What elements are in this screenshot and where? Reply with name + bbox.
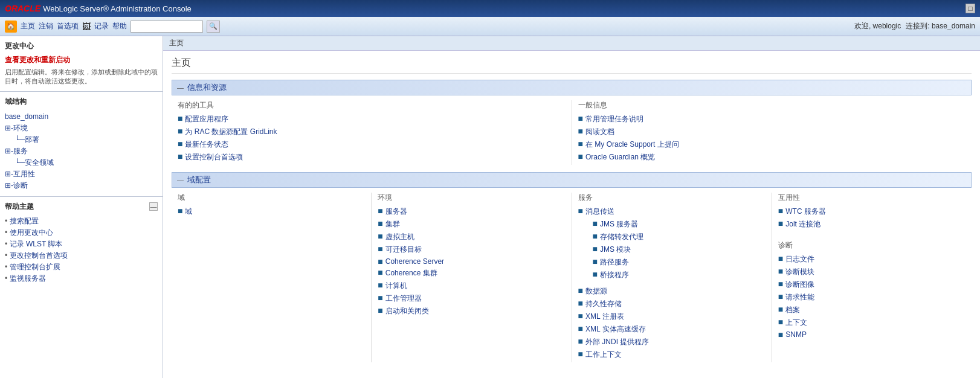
tree-link-deploy[interactable]: └─部署 [15, 135, 39, 144]
diag-item-4: ■ 档案 [778, 305, 965, 315]
datasource-link[interactable]: 数据源 [585, 286, 607, 296]
general-link-0[interactable]: 常用管理任务说明 [585, 114, 643, 124]
info-dash: — [177, 84, 184, 91]
domain-col: 域 ■ 域 [172, 193, 372, 362]
jndi-link[interactable]: 外部 JNDI 提供程序 [585, 337, 649, 347]
nav-record[interactable]: 记录 [94, 21, 109, 31]
env-link-8[interactable]: 启动和关闭类 [385, 306, 429, 316]
env-link-3[interactable]: 可迁移目标 [385, 245, 422, 255]
env-bullet-8: ■ [378, 306, 382, 315]
env-link-coherence[interactable]: Coherence 集群 [385, 268, 437, 278]
tool-link-1[interactable]: 为 RAC 数据源配置 GridLink [185, 127, 277, 137]
tree-link-services[interactable]: ⊞-服务 [5, 147, 28, 155]
jms-module-link[interactable]: JMS 模块 [600, 245, 631, 255]
app-title: WebLogic Server® Administration Console [43, 4, 192, 13]
interop-link-1[interactable]: Jolt 连接池 [785, 219, 820, 229]
help-collapse-button[interactable]: — [149, 202, 158, 211]
interop-link-0[interactable]: WTC 服务器 [785, 207, 826, 217]
welcome-text: 欢迎, weblogic [854, 21, 901, 31]
diag-link-1[interactable]: 诊断模块 [785, 267, 814, 277]
messaging-bullet: ■ [578, 207, 583, 215]
diag-item-6: ■ SNMP [778, 330, 965, 339]
search-button[interactable]: 🔍 [207, 21, 220, 33]
env-link-1[interactable]: 集群 [385, 219, 400, 229]
tool-link-2[interactable]: 最新任务状态 [185, 139, 228, 150]
path-service-item: ■ 路径服务 [593, 257, 766, 267]
help-item-extensions: 管理控制台扩展 [5, 261, 158, 273]
workcontext-link[interactable]: 工作上下文 [585, 350, 622, 360]
search-input[interactable] [131, 21, 203, 33]
env-bullet-2: ■ [378, 232, 382, 240]
env-link-coherence-server[interactable]: Coherence Server [385, 257, 444, 266]
persistent-link[interactable]: 持久性存储 [585, 299, 622, 309]
env-link-6[interactable]: 计算机 [385, 281, 407, 291]
diag-link-5[interactable]: 上下文 [785, 318, 807, 328]
nav-logout[interactable]: 注销 [39, 21, 53, 31]
main-layout: 更改中心 查看更改和重新启动 启用配置编辑。将来在修改，添加或删除此域中的项目时… [0, 36, 980, 378]
help-list: 搜索配置 使用更改中心 记录 WLST 脚本 更改控制台首选项 管理控制台扩展 … [5, 216, 158, 284]
help-link-preferences[interactable]: 更改控制台首选项 [10, 251, 68, 260]
path-service-link[interactable]: 路径服务 [600, 257, 629, 267]
tree-item-security: └─安全领域 [5, 157, 158, 168]
sidebar: 更改中心 查看更改和重新启动 启用配置编辑。将来在修改，添加或删除此域中的项目时… [0, 36, 163, 378]
tool-link-0[interactable]: 配置应用程序 [185, 114, 228, 124]
jms-server-link[interactable]: JMS 服务器 [600, 219, 638, 229]
diag-item-2: ■ 诊断图像 [778, 280, 965, 290]
window-button[interactable]: □ [965, 4, 975, 13]
env-bullet-1: ■ [378, 219, 382, 228]
env-link-2[interactable]: 虚拟主机 [385, 232, 414, 242]
help-item-changecenter: 使用更改中心 [5, 227, 158, 239]
diag-link-4[interactable]: 档案 [785, 305, 800, 315]
general-bullet-1: ■ [578, 127, 583, 135]
tool-link-3[interactable]: 设置控制台首选项 [185, 152, 243, 162]
diag-item-5: ■ 上下文 [778, 318, 965, 328]
nav-preferences[interactable]: 首选项 [57, 21, 79, 31]
bridge-link[interactable]: 桥接程序 [600, 270, 629, 280]
xml-reg-item: ■ XML 注册表 [578, 312, 766, 322]
general-link-1[interactable]: 阅读文档 [585, 127, 614, 137]
jms-server-item: ■ JMS 服务器 [593, 219, 766, 229]
diag-link-3[interactable]: 请求性能 [785, 292, 814, 303]
help-link-search[interactable]: 搜索配置 [10, 217, 39, 225]
diag-link-0[interactable]: 日志文件 [785, 254, 814, 264]
env-link-7[interactable]: 工作管理器 [385, 293, 422, 304]
spacer2 [778, 232, 965, 240]
main-content: 主页 主页 — 信息和资源 有的的工具 ■ 配置应用程序 [163, 36, 980, 378]
env-bullet-3: ■ [378, 245, 382, 253]
messaging-link[interactable]: 消息传送 [585, 207, 614, 217]
nav-home[interactable]: 主页 [21, 21, 35, 31]
diag-link-2[interactable]: 诊断图像 [785, 280, 814, 290]
env-item-4: ■ Coherence Server [378, 257, 565, 266]
help-link-changecenter[interactable]: 使用更改中心 [10, 228, 53, 237]
tree-item-deploy: └─部署 [5, 134, 158, 146]
bullet-icon-2: ■ [178, 139, 182, 148]
tree-link-env[interactable]: ⊞-环境 [5, 124, 28, 132]
tree-link-diag[interactable]: ⊞-诊断 [5, 181, 28, 190]
help-link-extensions[interactable]: 管理控制台扩展 [10, 263, 60, 271]
connected-text: 连接到: base_domain [906, 21, 975, 31]
help-link-wlst[interactable]: 记录 WLST 脚本 [10, 240, 63, 248]
view-changes-link[interactable]: 查看更改和重新启动 [5, 55, 158, 65]
diag-link-6[interactable]: SNMP [785, 330, 807, 339]
general-link-2[interactable]: 在 My Oracle Support 上提问 [585, 139, 679, 150]
tree-link-security[interactable]: └─安全领域 [15, 158, 54, 167]
store-forward-link[interactable]: 存储转发代理 [600, 232, 643, 242]
env-link-0[interactable]: 服务器 [385, 207, 407, 217]
bullet-icon-3: ■ [178, 152, 182, 161]
toolbar-right: 欢迎, weblogic 连接到: base_domain [854, 21, 975, 31]
diag-item-1: ■ 诊断模块 [778, 267, 965, 277]
diag-bullet-0: ■ [778, 254, 783, 263]
xml-cache-link[interactable]: XML 实体高速缓存 [585, 324, 646, 335]
home-icon[interactable]: 🏠 [5, 21, 17, 33]
diag-bullet-5: ■ [778, 318, 783, 326]
tree-link-interop[interactable]: ⊞-互用性 [5, 170, 35, 178]
help-link-monitor[interactable]: 监视服务器 [10, 274, 46, 283]
domain-name-link[interactable]: base_domain [5, 112, 158, 121]
xml-reg-link[interactable]: XML 注册表 [585, 312, 624, 322]
xml-cache-bullet: ■ [578, 324, 583, 333]
general-bullet-2: ■ [578, 139, 583, 148]
general-link-3[interactable]: Oracle Guardian 概览 [585, 152, 655, 162]
domain-link-0[interactable]: 域 [185, 207, 192, 217]
general-col: 一般信息 ■ 常用管理任务说明 ■ 阅读文档 ■ 在 My Oracle Sup… [572, 100, 972, 165]
nav-help[interactable]: 帮助 [112, 21, 127, 31]
